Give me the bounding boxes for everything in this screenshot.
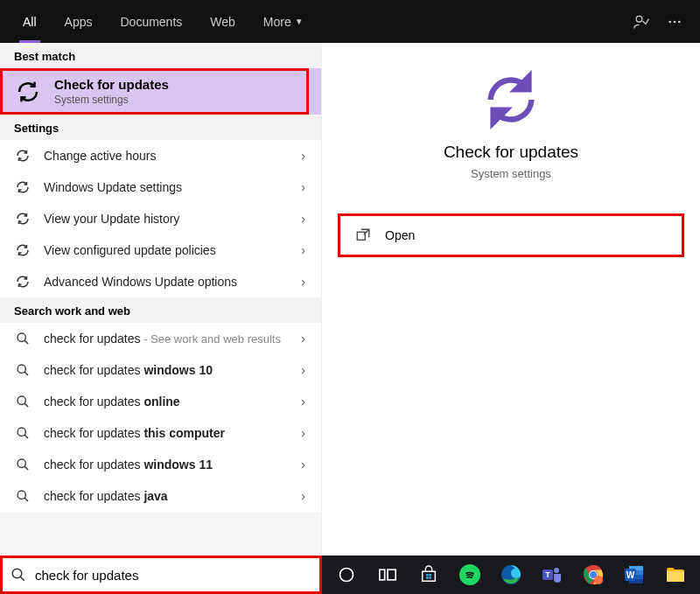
svg-point-19 (340, 569, 354, 582)
chevron-right-icon: › (301, 149, 307, 163)
detail-title: Check for updates (338, 143, 684, 162)
svg-text:W: W (626, 570, 634, 580)
settings-item[interactable]: View your Update history › (0, 203, 321, 234)
open-icon (355, 227, 371, 243)
settings-item[interactable]: View configured update policies › (0, 234, 321, 266)
search-icon (14, 330, 32, 347)
tab-documents[interactable]: Documents (108, 0, 194, 43)
feedback-icon[interactable] (626, 7, 656, 37)
tab-web[interactable]: Web (198, 0, 248, 43)
svg-line-5 (24, 340, 28, 344)
svg-rect-16 (357, 232, 365, 240)
best-match-result[interactable]: Check for updates System settings (0, 68, 321, 115)
taskbar-task-view[interactable] (370, 557, 406, 592)
svg-line-9 (24, 403, 28, 407)
svg-point-29 (554, 568, 559, 573)
refresh-icon (14, 78, 42, 106)
chevron-right-icon: › (301, 363, 307, 377)
svg-rect-20 (380, 570, 385, 580)
web-suggestion[interactable]: check for updates this computer › (0, 417, 321, 449)
chevron-right-icon: › (301, 489, 307, 503)
search-input[interactable] (35, 568, 312, 583)
taskbar-explorer[interactable] (657, 557, 693, 592)
best-match-header: Best match (0, 43, 321, 68)
settings-item[interactable]: Windows Update settings › (0, 171, 321, 203)
svg-point-6 (18, 365, 25, 373)
search-icon (10, 567, 26, 583)
svg-point-12 (18, 459, 25, 467)
chevron-right-icon: › (301, 426, 307, 440)
refresh-icon (14, 178, 32, 196)
taskbar-edge[interactable] (494, 557, 529, 592)
svg-point-17 (12, 569, 22, 578)
chevron-right-icon: › (301, 212, 307, 226)
svg-point-8 (18, 396, 25, 404)
chevron-right-icon: › (301, 332, 307, 346)
svg-rect-25 (430, 577, 431, 578)
svg-point-4 (18, 333, 25, 341)
detail-subtitle: System settings (338, 167, 684, 180)
svg-line-13 (24, 466, 28, 470)
web-suggestion[interactable]: check for updates windows 10 › (0, 354, 321, 386)
svg-rect-21 (388, 570, 396, 580)
taskbar-spotify[interactable] (452, 557, 488, 592)
taskbar-word[interactable]: W (616, 557, 652, 592)
svg-point-3 (678, 20, 681, 23)
best-match-subtitle: System settings (54, 94, 169, 106)
refresh-icon (14, 241, 32, 259)
svg-rect-22 (426, 574, 428, 576)
chevron-right-icon: › (301, 180, 307, 194)
search-bar[interactable] (0, 556, 322, 594)
svg-rect-40 (667, 571, 684, 582)
best-match-title: Check for updates (54, 77, 169, 92)
svg-line-7 (24, 372, 28, 375)
results-panel: Best match Check for updates System sett… (0, 43, 322, 556)
settings-header: Settings (0, 115, 321, 140)
taskbar-store[interactable] (411, 557, 447, 592)
refresh-icon (14, 147, 32, 164)
svg-point-14 (18, 491, 25, 499)
tab-more[interactable]: More▼ (251, 0, 316, 43)
chevron-right-icon: › (301, 243, 307, 257)
result-detail-panel: Check for updates System settings Open (322, 43, 700, 556)
search-icon (14, 424, 32, 442)
chevron-right-icon: › (301, 275, 307, 289)
search-icon (14, 456, 32, 473)
search-icon (14, 393, 32, 410)
search-web-header: Search work and web (0, 297, 321, 323)
chevron-right-icon: › (301, 395, 307, 409)
tab-apps[interactable]: Apps (52, 0, 105, 43)
svg-point-2 (674, 20, 676, 23)
refresh-icon (14, 210, 32, 227)
open-button[interactable]: Open (338, 213, 684, 257)
web-suggestion[interactable]: check for updates java › (0, 480, 321, 512)
tab-all[interactable]: All (10, 0, 49, 43)
chevron-right-icon: › (301, 458, 307, 472)
svg-point-33 (594, 576, 603, 584)
svg-line-15 (24, 498, 28, 501)
refresh-icon (480, 69, 542, 130)
svg-text:T: T (545, 570, 550, 579)
web-suggestion[interactable]: check for updates online › (0, 386, 321, 417)
more-options-icon[interactable] (660, 7, 690, 37)
settings-item[interactable]: Change active hours › (0, 140, 321, 171)
web-suggestion[interactable]: check for updates - See work and web res… (0, 323, 321, 354)
taskbar: T W (322, 556, 700, 594)
search-scope-tabs: All Apps Documents Web More▼ (0, 0, 700, 43)
search-icon (14, 361, 32, 379)
web-suggestion[interactable]: check for updates windows 11 › (0, 449, 321, 480)
svg-point-10 (18, 428, 25, 436)
svg-rect-23 (430, 574, 431, 576)
svg-point-0 (636, 16, 642, 22)
refresh-icon (14, 273, 32, 290)
svg-line-11 (24, 435, 28, 438)
settings-item[interactable]: Advanced Windows Update options › (0, 266, 321, 297)
taskbar-teams[interactable]: T (534, 557, 570, 592)
chevron-down-icon: ▼ (295, 17, 304, 26)
search-icon (14, 487, 32, 505)
svg-line-18 (20, 577, 24, 581)
taskbar-chrome[interactable] (575, 557, 611, 592)
svg-point-1 (668, 20, 671, 23)
svg-rect-24 (426, 577, 428, 578)
taskbar-cortana[interactable] (329, 557, 365, 592)
